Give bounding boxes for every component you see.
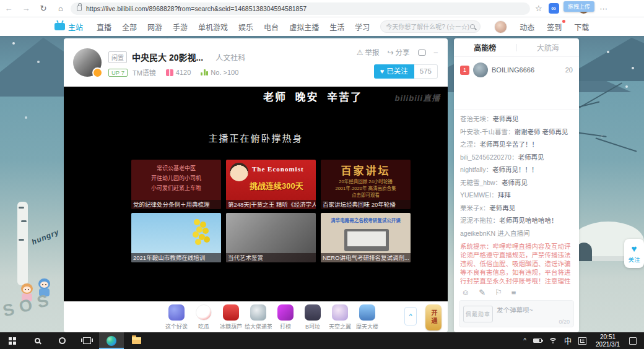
site-search[interactable] bbox=[380, 20, 481, 33]
followed-button[interactable]: ♥已关注 bbox=[374, 64, 414, 79]
chat-username[interactable]: ageikebnKN bbox=[460, 230, 497, 237]
rank-username[interactable]: BOILING6666 bbox=[492, 66, 562, 74]
browser-menu-icon[interactable]: ··· bbox=[595, 0, 612, 17]
netdisk-extension-icon[interactable]: ∞ bbox=[549, 3, 559, 14]
start-button[interactable] bbox=[0, 332, 25, 349]
gift-bar-collapse-button[interactable]: ^ bbox=[404, 307, 417, 325]
nav-item-all[interactable]: 全部 bbox=[122, 22, 137, 32]
gift-item[interactable]: 给大佬递茶 bbox=[245, 304, 272, 330]
nav-item-life[interactable]: 生活 bbox=[329, 22, 344, 32]
wear-medal-button[interactable]: 佩戴勋章 bbox=[463, 306, 493, 322]
chat-text: 拜拜 bbox=[498, 191, 511, 199]
open-fleet-button[interactable]: 开通 bbox=[425, 304, 442, 330]
rank-badge: 1 bbox=[460, 66, 469, 75]
user-avatar[interactable] bbox=[494, 20, 507, 33]
nav-item-entertainment[interactable]: 娱乐 bbox=[238, 22, 253, 32]
stream-title: 中央民大 20影视... bbox=[132, 51, 203, 63]
chat-username[interactable]: 之涅： bbox=[460, 140, 480, 148]
chat-username[interactable]: 栗米子x： bbox=[460, 204, 489, 212]
search-input[interactable] bbox=[386, 24, 470, 30]
streamer-name[interactable]: TM语镜 bbox=[133, 67, 156, 77]
home-icon[interactable]: ⌂ bbox=[52, 0, 69, 17]
chat-username[interactable]: 无糖雪_hbw： bbox=[460, 179, 502, 186]
nav-item-main[interactable]: 主站 bbox=[54, 22, 83, 32]
bili-nav: 主站 直播 全部 网游 手游 单机游戏 娱乐 电台 虚拟主播 生活 学习 动态 … bbox=[0, 17, 644, 36]
chat-username[interactable]: nightfally： bbox=[460, 166, 492, 173]
nav-item-singlegame[interactable]: 单机游戏 bbox=[198, 22, 228, 32]
gift-item[interactable]: 吃瓜 bbox=[190, 304, 217, 330]
chat-message-list[interactable]: 苍治无埃：老师再见 叶安歌-千山暮雪：谢谢老师 老师再见 之涅：老师再见辛苦了！… bbox=[454, 110, 579, 285]
nav-item-live[interactable]: 直播 bbox=[97, 22, 111, 32]
file-explorer-button[interactable] bbox=[124, 332, 149, 349]
stream-status-text: 主播正在俯卧撑热身 bbox=[64, 131, 448, 144]
nav-item-netgame[interactable]: 网游 bbox=[147, 22, 162, 32]
horn-icon[interactable]: ⚐ bbox=[495, 288, 502, 297]
wifi-icon[interactable] bbox=[549, 338, 557, 344]
taskbar-clock[interactable]: 20:51 2021/3/1 bbox=[593, 334, 622, 348]
gift-item[interactable]: 这个好诶 bbox=[163, 304, 190, 330]
nav-item-radio[interactable]: 电台 bbox=[264, 22, 279, 32]
ime-indicator[interactable]: 中 bbox=[564, 335, 572, 346]
address-bar[interactable]: https://live.bilibili.com/8968828?from=s… bbox=[71, 2, 530, 15]
nav-item-mobilegame[interactable]: 手游 bbox=[173, 22, 188, 32]
nav-item-study[interactable]: 学习 bbox=[355, 22, 370, 32]
chat-text: 谢谢老师 老师再见 bbox=[515, 128, 568, 136]
refresh-icon[interactable]: ↻ bbox=[35, 0, 52, 17]
share-button[interactable]: ↪分享 bbox=[388, 47, 410, 57]
emoji-icon[interactable]: ☺ bbox=[461, 288, 469, 297]
chat-username[interactable]: 叶安歌-千山暮雪： bbox=[460, 128, 515, 136]
touch-keyboard-icon[interactable] bbox=[578, 337, 586, 345]
forward-icon[interactable]: → bbox=[17, 0, 35, 17]
nav-checkin[interactable]: 签到 bbox=[547, 22, 562, 32]
stream-category[interactable]: 人文社科 bbox=[215, 52, 245, 62]
rank-entry[interactable]: 1 BOILING6666 20 bbox=[460, 62, 573, 77]
chat-message: 之涅：老师再见辛苦了！！ bbox=[460, 140, 573, 149]
action-center-icon[interactable] bbox=[629, 337, 637, 345]
nav-download[interactable]: 下载 bbox=[574, 22, 589, 32]
host-face bbox=[230, 163, 248, 181]
danmaku-input[interactable] bbox=[497, 306, 570, 314]
danmaku-settings-icon[interactable]: ≡ bbox=[511, 288, 516, 297]
danmaku-input-box[interactable]: 佩戴勋章 0/20 bbox=[459, 300, 574, 327]
gift-item[interactable]: 冰糖葫芦 bbox=[217, 304, 245, 330]
share-icon: ↪ bbox=[388, 48, 394, 57]
chat-text: 老师再见辛苦了！！ bbox=[480, 140, 539, 148]
gift-icon bbox=[250, 304, 266, 321]
streamer-avatar[interactable] bbox=[73, 48, 102, 77]
gift-icon bbox=[168, 304, 185, 321]
video-player[interactable]: 老师 晚安 辛苦了 bilibili直播 主播正在俯卧撑热身 常识公基老中医 开… bbox=[64, 87, 448, 301]
gift-item[interactable]: 摩天大楼 bbox=[354, 304, 381, 330]
show-hidden-icons[interactable]: ^ bbox=[523, 337, 526, 344]
task-view-button[interactable] bbox=[74, 332, 99, 349]
chat-toggle-icon[interactable] bbox=[418, 50, 426, 56]
gift-item[interactable]: B坷垃 bbox=[299, 304, 326, 330]
back-icon[interactable]: ← bbox=[0, 0, 17, 17]
url-text[interactable]: https://live.bilibili.com/8968828?from=s… bbox=[86, 5, 307, 12]
chat-username[interactable]: 苍治无埃： bbox=[460, 115, 493, 123]
chat-message: 无糖雪_hbw：老师再见 bbox=[460, 179, 573, 187]
laptop-graphic bbox=[344, 229, 389, 251]
chat-username[interactable]: 泥泥不拖拉： bbox=[460, 217, 499, 224]
battery-icon[interactable] bbox=[533, 338, 542, 343]
nav-item-vtuber[interactable]: 虚拟主播 bbox=[289, 22, 319, 32]
edge-icon bbox=[107, 336, 116, 346]
gift-item[interactable]: 打榜 bbox=[272, 304, 299, 330]
tab-fleet[interactable]: 大航海 bbox=[517, 42, 580, 53]
tab-high-energy[interactable]: 高能榜 bbox=[454, 42, 516, 53]
collapse-icon[interactable]: – bbox=[434, 48, 438, 56]
gift-item[interactable]: 天空之翼 bbox=[326, 304, 354, 330]
report-button[interactable]: ⚠举报 bbox=[357, 47, 380, 57]
chat-username[interactable]: YUEMWEI： bbox=[460, 191, 498, 199]
nav-dynamic[interactable]: 动态 bbox=[520, 22, 534, 32]
taskbar-search-button[interactable] bbox=[25, 332, 50, 349]
edge-taskbar-button[interactable] bbox=[99, 332, 124, 349]
search-icon[interactable] bbox=[470, 24, 475, 29]
favorite-star-icon[interactable]: ☆ bbox=[535, 4, 542, 13]
follow-float-button[interactable]: ♥ 关注 bbox=[624, 239, 644, 268]
chat-username[interactable]: bili_52456220270： bbox=[460, 153, 518, 161]
thumbnail-card: 清华电路哥之名校考研复试公开课 NERO讲电气考研排名复试调剂... bbox=[321, 213, 411, 262]
time: 20:51 bbox=[600, 334, 616, 340]
chat-text: 老师再见 bbox=[489, 204, 515, 212]
brush-icon[interactable]: ✎ bbox=[479, 288, 485, 297]
cortana-button[interactable] bbox=[50, 332, 74, 349]
